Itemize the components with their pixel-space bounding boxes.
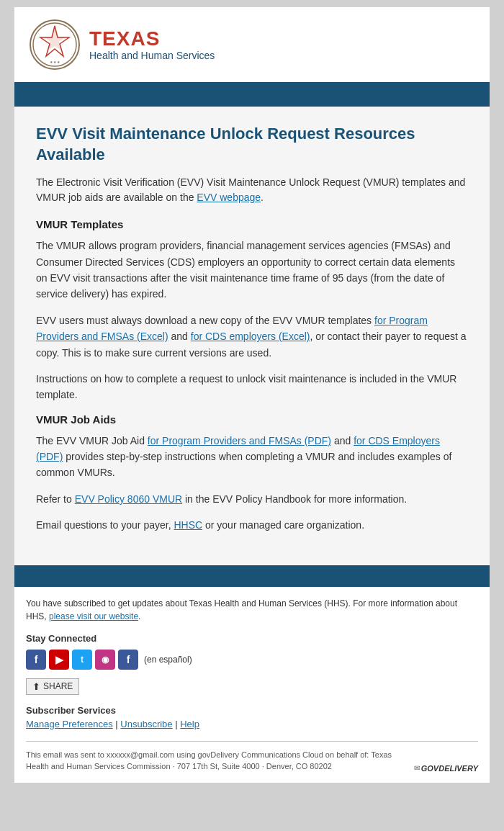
section1-heading: VMUR Templates bbox=[36, 218, 468, 230]
spanish-label: (en español) bbox=[144, 655, 192, 665]
intro-paragraph: The Electronic Visit Verification (EVV) … bbox=[36, 175, 468, 205]
section2-heading: VMUR Job Aids bbox=[36, 413, 468, 426]
section2-para3: Email questions to your payer, HHSC or y… bbox=[36, 517, 468, 533]
section2-para1: The EVV VMUR Job Aid for Program Provide… bbox=[36, 433, 468, 481]
logo-container: ★ ★ ★ TEXAS Health and Human Services bbox=[29, 19, 475, 71]
logo-subtitle-text: Health and Human Services bbox=[89, 50, 215, 61]
section2-para3-prefix: Email questions to your payer, bbox=[36, 519, 171, 531]
section1-para2-prefix: EVV users must always download a new cop… bbox=[36, 315, 372, 326]
email-icon: ✉ bbox=[414, 764, 420, 772]
unsubscribe-link[interactable]: Unsubscribe bbox=[120, 719, 172, 729]
visit-website-link[interactable]: please visit our website bbox=[49, 611, 138, 621]
subscriber-services-label: Subscriber Services bbox=[26, 705, 478, 716]
section1-and-text: and bbox=[171, 331, 188, 342]
manage-preferences-link[interactable]: Manage Preferences bbox=[26, 719, 113, 729]
texas-seal: ★ ★ ★ bbox=[29, 19, 81, 71]
share-icon: ⬆ bbox=[32, 681, 40, 692]
share-label: SHARE bbox=[43, 681, 73, 691]
logo-text: TEXAS Health and Human Services bbox=[89, 28, 215, 62]
svg-text:★ ★ ★: ★ ★ ★ bbox=[50, 60, 61, 64]
bottom-area: You have subscribed to get updates about… bbox=[14, 587, 490, 783]
social-icons-row: f ▶ t ◉ f (en español) bbox=[26, 650, 478, 670]
hhsc-link[interactable]: HHSC bbox=[174, 519, 202, 531]
section1-para3: Instructions on how to complete a reques… bbox=[36, 371, 468, 403]
facebook-espanol-icon[interactable]: f bbox=[118, 650, 138, 670]
cds-employers-excel-link[interactable]: for CDS employers (Excel) bbox=[191, 331, 310, 342]
page-title: EVV Visit Maintenance Unlock Request Res… bbox=[36, 124, 468, 165]
main-content-area: EVV Visit Maintenance Unlock Request Res… bbox=[14, 107, 490, 565]
govdelivery-badge: ✉ GOVDELIVERY bbox=[414, 764, 478, 773]
section1-para2: EVV users must always download a new cop… bbox=[36, 313, 468, 361]
bottom-blue-banner bbox=[14, 565, 490, 587]
share-button[interactable]: ⬆ SHARE bbox=[26, 678, 79, 695]
intro-period: . bbox=[261, 192, 264, 203]
email-header: ★ ★ ★ TEXAS Health and Human Services bbox=[14, 7, 490, 85]
section2-and: and bbox=[334, 435, 351, 446]
help-link[interactable]: Help bbox=[180, 719, 199, 729]
section2-para1-prefix: The EVV VMUR Job Aid bbox=[36, 435, 145, 446]
section2-para2: Refer to EVV Policy 8060 VMUR in the EVV… bbox=[36, 491, 468, 507]
sub-period: . bbox=[138, 611, 140, 621]
footer-fine-print: This email was sent to xxxxxx@gmail.com … bbox=[26, 749, 414, 773]
top-blue-banner bbox=[14, 85, 490, 107]
section2-para2-prefix: Refer to bbox=[36, 493, 72, 505]
evv-webpage-link[interactable]: EVV webpage bbox=[197, 192, 261, 203]
section2-para2-suffix: in the EVV Policy Handbook for more info… bbox=[185, 493, 407, 505]
instagram-icon[interactable]: ◉ bbox=[95, 650, 115, 670]
stay-connected-label: Stay Connected bbox=[26, 633, 478, 644]
evv-policy-8060-link[interactable]: EVV Policy 8060 VMUR bbox=[75, 493, 182, 505]
program-providers-fmsas-pdf-link[interactable]: for Program Providers and FMSAs (PDF) bbox=[148, 435, 331, 446]
twitter-icon[interactable]: t bbox=[72, 650, 92, 670]
subscription-paragraph: You have subscribed to get updates about… bbox=[26, 597, 478, 623]
footer-bottom: This email was sent to xxxxxx@gmail.com … bbox=[26, 749, 478, 773]
subscriber-links-row: Manage Preferences | Unsubscribe | Help bbox=[26, 719, 478, 729]
section1-para1: The VMUR allows program providers, finan… bbox=[36, 238, 468, 302]
section2-para3-suffix: or your managed care organization. bbox=[205, 519, 364, 531]
youtube-icon[interactable]: ▶ bbox=[49, 650, 69, 670]
govdelivery-logo-text: GOVDELIVERY bbox=[421, 764, 478, 773]
section2-para1-suffix: provides step-by-step instructions when … bbox=[36, 451, 451, 478]
facebook-icon[interactable]: f bbox=[26, 650, 46, 670]
logo-texas-text: TEXAS bbox=[89, 28, 215, 50]
divider bbox=[26, 741, 478, 742]
